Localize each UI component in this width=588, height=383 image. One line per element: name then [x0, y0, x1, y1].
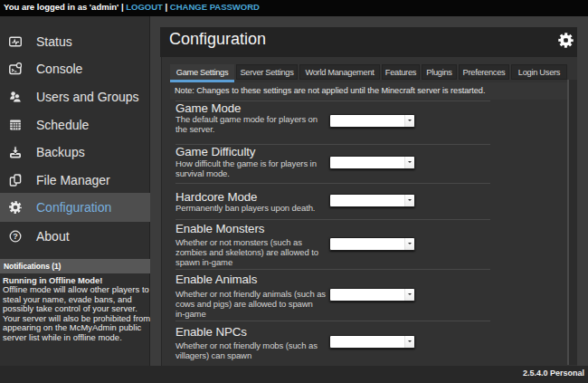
svg-text:?: ? — [13, 232, 18, 241]
